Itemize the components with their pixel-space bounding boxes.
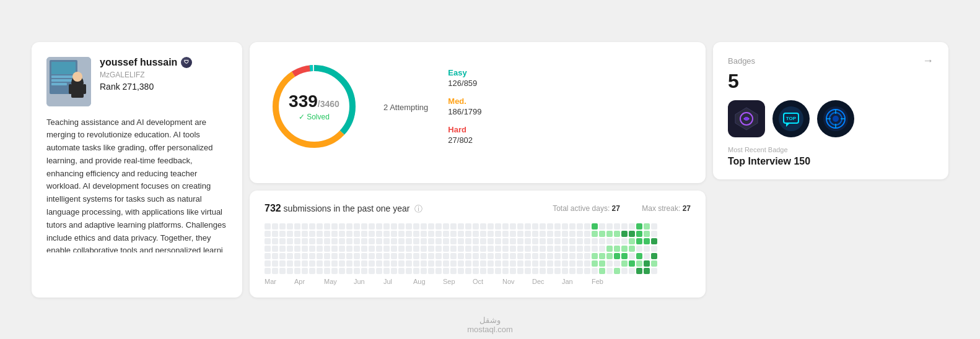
heatmap-cell <box>354 223 360 230</box>
heatmap-cell <box>651 260 657 267</box>
heatmap-cell <box>287 246 293 252</box>
heatmap-cell <box>391 238 397 244</box>
heatmap-cell <box>584 231 590 237</box>
heatmap-cell <box>443 268 449 274</box>
heatmap-cell <box>651 231 657 237</box>
heatmap-cell <box>495 260 501 267</box>
heatmap-cell <box>532 268 538 274</box>
heatmap-cell <box>525 246 531 252</box>
heatmap-cell <box>569 268 575 274</box>
heatmap-cell <box>480 246 486 252</box>
heatmap-cell <box>331 260 338 267</box>
heatmap-cell <box>547 223 553 230</box>
heatmap-cell <box>443 260 449 267</box>
heatmap-cell <box>294 253 300 259</box>
heatmap-cell <box>547 260 553 267</box>
heatmap-cell <box>413 268 419 274</box>
heatmap-cell <box>644 231 650 237</box>
heatmap-cell <box>324 268 330 274</box>
heatmap-cell <box>510 253 516 259</box>
heatmap-cell <box>569 253 575 259</box>
heatmap-header: 732 submissions in the past one year ⓘ T… <box>265 203 691 215</box>
heatmap-cell <box>517 246 523 252</box>
heatmap-cell <box>354 260 360 267</box>
heatmap-cell <box>376 246 382 252</box>
heatmap-cell <box>599 246 605 252</box>
heatmap-cell <box>510 231 516 237</box>
heatmap-cell <box>450 260 457 267</box>
heatmap-col <box>421 223 427 274</box>
heatmap-cell <box>554 223 561 230</box>
heatmap-cell <box>584 268 590 274</box>
heatmap-cell <box>517 223 523 230</box>
heatmap-cell <box>339 246 345 252</box>
badges-title: Badges <box>728 56 755 66</box>
heatmap-cell <box>413 246 419 252</box>
heatmap-cell <box>592 268 598 274</box>
svg-text:TOP: TOP <box>786 116 797 121</box>
heatmap-col <box>532 223 538 274</box>
heatmap-cell <box>435 223 442 230</box>
heatmap-cell <box>502 223 509 230</box>
heatmap-cell <box>317 223 323 230</box>
heatmap-cell <box>376 253 382 259</box>
heatmap-cell <box>621 231 628 237</box>
heatmap-cell <box>651 223 657 230</box>
heatmap-cell <box>398 246 405 252</box>
heatmap-cell <box>317 246 323 252</box>
heatmap-cell <box>398 253 405 259</box>
heatmap-cell <box>569 238 575 244</box>
heatmap-cell <box>621 253 628 259</box>
heatmap-col <box>480 223 486 274</box>
heatmap-col <box>621 223 628 274</box>
solved-label: ✓Solved <box>289 113 339 121</box>
heatmap-cell <box>406 223 412 230</box>
heatmap-cell <box>614 223 620 230</box>
badges-icons: TOP <box>728 100 934 137</box>
heatmap-cell <box>644 268 650 274</box>
heatmap-cell <box>406 231 412 237</box>
heatmap-cell <box>383 238 390 244</box>
submissions-text: submissions in the past one year <box>284 204 410 213</box>
heatmap-cell <box>309 238 315 244</box>
heatmap-cell <box>554 246 561 252</box>
medium-label: Med. <box>448 97 481 106</box>
heatmap-col <box>636 223 642 274</box>
heatmap-col <box>651 223 657 274</box>
heatmap-cell <box>421 223 427 230</box>
badges-arrow-icon[interactable]: → <box>922 54 934 67</box>
heatmap-col <box>294 223 300 274</box>
heatmap-cell <box>525 231 531 237</box>
heatmap-cell <box>599 253 605 259</box>
solved-count: 339/3460 <box>289 92 339 111</box>
heatmap-cell <box>621 246 628 252</box>
heatmap-cell <box>265 260 271 267</box>
heatmap-cell <box>406 246 412 252</box>
svg-point-27 <box>833 116 839 122</box>
svg-rect-4 <box>51 75 76 78</box>
heatmap-cell <box>428 246 434 252</box>
heatmap-cell <box>488 268 494 274</box>
heatmap-cell <box>369 260 375 267</box>
heatmap-col <box>346 223 352 274</box>
heatmap-cell <box>547 231 553 237</box>
badges-count: 5 <box>728 70 934 93</box>
heatmap-cell <box>577 231 583 237</box>
heatmap-col <box>272 223 278 274</box>
heatmap-cell <box>495 238 501 244</box>
heatmap-cell <box>577 260 583 267</box>
heatmap-cell <box>621 268 628 274</box>
heatmap-cell <box>517 231 523 237</box>
heatmap-cell <box>435 238 442 244</box>
heatmap-cell <box>450 246 457 252</box>
heatmap-cell <box>279 268 286 274</box>
verified-badge-icon: 🛡 <box>181 57 192 68</box>
heatmap-cell <box>302 223 308 230</box>
heatmap-cell <box>569 260 575 267</box>
heatmap-cell <box>369 231 375 237</box>
heatmap-cell <box>265 268 271 274</box>
heatmap-cell <box>473 223 479 230</box>
heatmap-cell <box>554 260 561 267</box>
heatmap-cell <box>488 260 494 267</box>
heatmap-cell <box>495 231 501 237</box>
